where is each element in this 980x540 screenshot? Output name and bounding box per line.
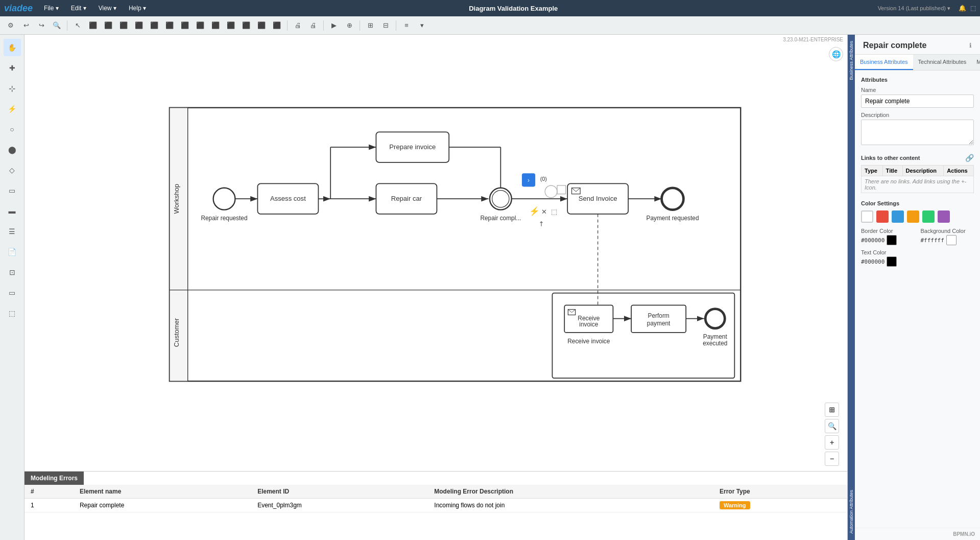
swatch-green[interactable] <box>922 210 935 223</box>
swatch-white[interactable] <box>861 210 873 223</box>
attributes-section-title: Attributes <box>861 77 974 83</box>
bpmn-diagram[interactable]: Workshop Customer Repair requested Asses… <box>25 35 837 448</box>
toolbar-btn-6[interactable]: ⬛ <box>148 19 161 32</box>
name-input[interactable] <box>861 95 974 108</box>
svg-text:⚡: ⚡ <box>529 206 540 217</box>
links-title: Links to other content <box>861 155 920 161</box>
toolbar-sep-5 <box>396 20 396 31</box>
menu-edit[interactable]: Edit ▾ <box>68 3 89 14</box>
border-color-preview[interactable] <box>887 235 897 245</box>
toolbar-btn-5[interactable]: ⬛ <box>132 19 146 32</box>
toolbar-btn-7[interactable]: ⬛ <box>163 19 176 32</box>
toolbar-zoom-fit-btn[interactable]: ⊕ <box>343 19 356 32</box>
left-toolbar: ✋ ✚ ⊹ ⚡ ○ ⬤ ◇ ▭ ▬ ☰ 📄 ⊡ ▭ ⬚ <box>0 35 25 540</box>
svg-text:Payment requested: Payment requested <box>647 215 699 222</box>
svg-point-43 <box>662 188 684 210</box>
border-color-value-row: #000000 <box>861 235 915 245</box>
bg-color-preview[interactable] <box>946 235 957 245</box>
menu-file[interactable]: File ▾ <box>41 3 62 14</box>
links-empty-text: There are no links. Add links using the … <box>862 176 974 193</box>
swatch-purple[interactable] <box>938 210 950 223</box>
svg-text:›: › <box>528 177 530 184</box>
user-icon[interactable]: ⬚ <box>970 5 976 12</box>
description-textarea[interactable] <box>861 120 974 145</box>
background-color-field: Background Color #ffffff <box>921 228 974 245</box>
right-panel-header: Repair complete ℹ <box>855 35 980 55</box>
col-num: # <box>25 485 74 499</box>
tool-lightning[interactable]: ⚡ <box>4 100 21 118</box>
toolbar-btn-14[interactable]: ⬛ <box>270 19 283 32</box>
toolbar-align-btn[interactable]: ≡ <box>400 19 413 32</box>
toolbar-play-btn[interactable]: ▶ <box>327 19 341 32</box>
tool-hand[interactable]: ✋ <box>4 39 21 56</box>
zoom-out-btn[interactable]: − <box>825 452 839 466</box>
toolbar-expand-btn[interactable]: ⊞ <box>364 19 377 32</box>
background-color-label: Background Color <box>921 228 974 234</box>
menu-help[interactable]: Help ▾ <box>126 3 149 14</box>
search-zoom-btn[interactable]: 🔍 <box>825 419 839 433</box>
link-col-desc: Description <box>902 166 944 176</box>
toolbar-contract-btn[interactable]: ⊟ <box>379 19 392 32</box>
tool-document[interactable]: 📄 <box>4 243 21 261</box>
business-attr-strip[interactable]: Business Attributes <box>848 37 855 84</box>
toolbar-settings-btn[interactable]: ⚙ <box>4 19 17 32</box>
text-color-preview[interactable] <box>887 256 897 267</box>
links-header: Links to other content 🔗 <box>861 154 974 162</box>
text-color-value-row: #000000 <box>861 256 974 267</box>
toolbar-cursor-btn[interactable]: ↖ <box>71 19 84 32</box>
swatch-blue[interactable] <box>892 210 904 223</box>
toolbar-btn-2[interactable]: ⬛ <box>86 19 100 32</box>
svg-text:Perform: Perform <box>648 312 670 319</box>
automation-attr-strip[interactable]: Automation Attributes <box>848 486 855 538</box>
tab-managed-data[interactable]: Managed Da <box>971 55 980 70</box>
tool-crosshair[interactable]: ✚ <box>4 59 21 77</box>
fit-zoom-btn[interactable]: ⊞ <box>825 403 839 417</box>
tool-circle-empty[interactable]: ○ <box>4 121 21 138</box>
toolbar-search-btn[interactable]: 🔍 <box>50 19 63 32</box>
toolbar-btn-13[interactable]: ⬛ <box>255 19 268 32</box>
text-color-label: Text Color <box>861 249 974 255</box>
tool-dashed[interactable]: ⬚ <box>4 304 21 322</box>
tool-rect[interactable]: ▭ <box>4 182 21 199</box>
tab-technical-attributes[interactable]: Technical Attributes <box>913 55 972 70</box>
menu-bar: File ▾ Edit ▾ View ▾ Help ▾ <box>41 3 149 14</box>
row-num: 1 <box>25 499 74 512</box>
menubar: viadee File ▾ Edit ▾ View ▾ Help ▾ Diagr… <box>0 0 980 16</box>
canvas-area[interactable]: 3.23.0-M21-ENTERPRISE 🌐 Workshop Custome… <box>25 35 847 540</box>
tool-connect[interactable]: ⊹ <box>4 80 21 97</box>
table-row: 1 Repair complete Event_0plm3gm Incoming… <box>25 499 847 512</box>
link-col-actions: Actions <box>944 166 974 176</box>
toolbar-btn-9[interactable]: ⬛ <box>194 19 207 32</box>
info-icon[interactable]: ℹ <box>969 42 972 49</box>
tool-diamond[interactable]: ◇ <box>4 161 21 179</box>
toolbar-btn-4[interactable]: ⬛ <box>117 19 130 32</box>
toolbar-btn-11[interactable]: ⬛ <box>224 19 237 32</box>
tool-list[interactable]: ☰ <box>4 223 21 240</box>
version-label[interactable]: Version 14 (Last published) ▾ <box>878 5 950 12</box>
toolbar-btn-3[interactable]: ⬛ <box>102 19 115 32</box>
tool-rect-rounded[interactable]: ▬ <box>4 202 21 220</box>
add-link-icon[interactable]: 🔗 <box>965 154 974 162</box>
toolbar-print-btn[interactable]: 🖨 <box>291 19 304 32</box>
toolbar-redo-btn[interactable]: ↪ <box>35 19 48 32</box>
notification-icon[interactable]: 🔔 <box>959 5 966 12</box>
svg-text:Send Invoice: Send Invoice <box>579 195 617 202</box>
toolbar-btn-8[interactable]: ⬛ <box>178 19 192 32</box>
svg-rect-0 <box>170 108 740 381</box>
svg-text:payment: payment <box>647 320 671 327</box>
swatch-orange[interactable] <box>907 210 919 223</box>
tool-frame[interactable]: ▭ <box>4 284 21 301</box>
toolbar-print2-btn[interactable]: 🖨 <box>306 19 320 32</box>
menu-view[interactable]: View ▾ <box>95 3 119 14</box>
toolbar-more-btn[interactable]: ▾ <box>415 19 428 32</box>
tab-business-attributes[interactable]: Business Attributes <box>855 55 913 70</box>
bpmn-io-logo: BPMN.iO <box>855 528 980 540</box>
tool-database[interactable]: ⊡ <box>4 264 21 281</box>
toolbar-btn-12[interactable]: ⬛ <box>240 19 253 32</box>
link-col-title: Title <box>882 166 902 176</box>
swatch-red[interactable] <box>876 210 889 223</box>
tool-circle-filled[interactable]: ⬤ <box>4 141 21 158</box>
toolbar-undo-btn[interactable]: ↩ <box>19 19 33 32</box>
zoom-in-btn[interactable]: + <box>825 435 839 450</box>
toolbar-btn-10[interactable]: ⬛ <box>209 19 222 32</box>
